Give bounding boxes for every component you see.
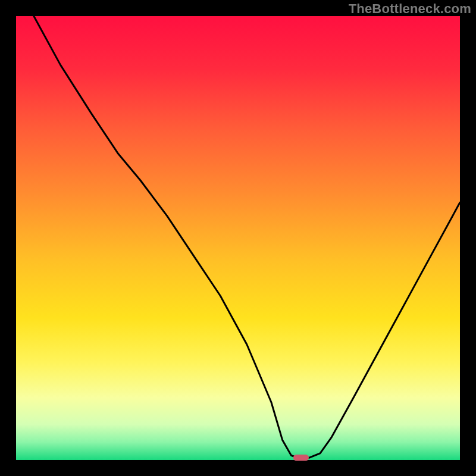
- plot-background: [16, 16, 460, 460]
- bottleneck-chart: [0, 0, 476, 476]
- optimal-marker: [293, 455, 309, 461]
- chart-container: TheBottleneck.com: [0, 0, 476, 476]
- watermark: TheBottleneck.com: [349, 1, 471, 17]
